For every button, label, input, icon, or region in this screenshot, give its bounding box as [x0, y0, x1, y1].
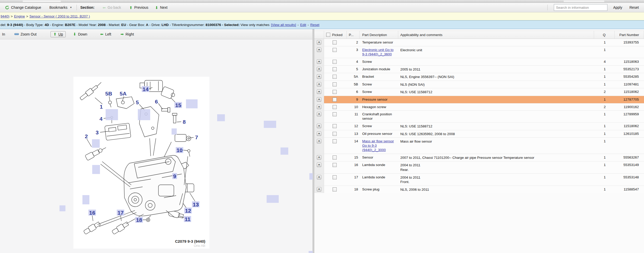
expand-icon[interactable]: + [317, 132, 321, 136]
expand-icon[interactable]: + [317, 82, 321, 86]
expand-icon[interactable]: + [317, 175, 321, 179]
header-position[interactable]: P... [347, 31, 360, 39]
header-part-number[interactable]: Part Number [615, 31, 644, 39]
part-hotspot[interactable] [281, 147, 288, 155]
callout-3[interactable]: 3 [95, 129, 99, 135]
table-row[interactable]: +6ScrewNLS: USE 11588712211518062 [314, 88, 644, 96]
table-row[interactable]: +18Screw plugNLS, 2006 to 2011111588547 [314, 186, 644, 193]
callout-8[interactable]: 8 [182, 119, 187, 125]
breadcrumb-link[interactable]: 9440) [1, 14, 10, 18]
callout-5[interactable]: 5 [135, 99, 140, 105]
part-hotspot[interactable] [309, 251, 313, 253]
table-row[interactable]: +13Oil pressure sensorNLS: USE 12635992,… [314, 130, 644, 138]
picked-checkbox[interactable] [333, 175, 337, 179]
table-row[interactable]: +5ABracketNLS, Engine 3556397-- (NON SAI… [314, 73, 644, 81]
picked-header-checkbox[interactable] [326, 33, 330, 37]
table-row[interactable]: +17Lambda sonde2004 to 2011Front.1553531… [314, 173, 644, 186]
callout-14[interactable]: 14 [142, 86, 149, 92]
expand-icon[interactable]: + [317, 40, 321, 45]
apply-button[interactable]: Apply [612, 5, 624, 10]
callout-18[interactable]: 18 [135, 217, 143, 223]
go-back-button[interactable]: ⬅ Go back [100, 5, 123, 10]
expand-icon[interactable]: + [317, 67, 321, 71]
picked-checkbox[interactable] [333, 67, 337, 71]
zoom-in-button[interactable]: In [1, 31, 7, 37]
picked-checkbox[interactable] [333, 60, 337, 64]
table-row[interactable]: +9Pressure sensor112787705 [314, 96, 644, 103]
table-row[interactable]: +10Hexagon screw211900162 [314, 103, 644, 111]
view-all-results-link[interactable]: [View all results] [271, 23, 296, 27]
breadcrumb-link[interactable]: Engine [14, 14, 25, 18]
table-row[interactable]: +11Crankshaft position sensor112789959 [314, 110, 644, 122]
part-hotspot[interactable] [172, 128, 177, 135]
callout-5A[interactable]: 5A [119, 91, 128, 97]
pan-down-button[interactable]: ⬇ Down [71, 31, 89, 37]
next-button[interactable]: ⬇ Next [153, 5, 170, 10]
previous-button[interactable]: ⬆ Previous [127, 5, 151, 10]
search-input[interactable] [554, 4, 607, 11]
expand-icon[interactable]: + [317, 187, 321, 191]
expand-icon[interactable]: + [317, 90, 321, 94]
callout-5B[interactable]: 5B [105, 91, 113, 97]
part-hotspot[interactable] [186, 99, 198, 108]
expand-icon[interactable]: + [317, 139, 321, 143]
callout-4[interactable]: 4 [99, 116, 103, 122]
picked-checkbox[interactable] [333, 48, 337, 52]
picked-checkbox[interactable] [333, 75, 337, 79]
change-catalogue-button[interactable]: Change Catalogue [3, 5, 44, 11]
picked-checkbox[interactable] [333, 40, 337, 45]
expand-icon[interactable]: + [317, 155, 321, 160]
callout-6[interactable]: 6 [154, 99, 159, 104]
table-row[interactable]: +2Temperature sensor115393755 [314, 39, 644, 46]
pan-right-button[interactable]: ➡ Right [118, 31, 136, 37]
edit-link[interactable]: Edit [300, 23, 306, 27]
picked-checkbox[interactable] [333, 132, 337, 136]
part-hotspot[interactable] [267, 195, 279, 203]
table-row[interactable]: +5BScrewNLS (NON SAI)111097481 [314, 81, 644, 88]
table-row[interactable]: +3Electronic unit Go to 9-3 (9440)_2_360… [314, 46, 644, 58]
pan-up-button[interactable]: ⬆ Up [50, 31, 66, 37]
header-applicability[interactable]: Applicability and comments [398, 31, 594, 39]
expand-icon[interactable]: + [317, 97, 321, 102]
expand-icon[interactable]: + [317, 105, 321, 109]
expand-icon[interactable]: + [317, 163, 321, 167]
table-row[interactable]: +14Mass air flow sensor Go to 9-3 (9440)… [314, 137, 644, 154]
pan-left-button[interactable]: ⬅ Left [98, 31, 113, 37]
header-part-description[interactable]: Part Description [360, 31, 398, 39]
expand-icon[interactable]: + [317, 112, 321, 116]
part-hotspot[interactable] [217, 114, 225, 121]
picked-checkbox[interactable] [333, 82, 337, 86]
callout-17[interactable]: 17 [117, 210, 124, 216]
callout-13[interactable]: 13 [192, 202, 199, 207]
expand-icon[interactable]: + [317, 48, 321, 52]
picked-checkbox[interactable] [333, 112, 337, 116]
picked-checkbox[interactable] [333, 163, 337, 167]
picked-checkbox[interactable] [333, 98, 337, 102]
picked-checkbox[interactable] [333, 105, 337, 109]
part-hotspot[interactable] [138, 109, 150, 120]
table-row[interactable]: +15Sensor2007 to 2011, Chassi 71101200--… [314, 154, 644, 161]
description-link[interactable]: Electronic unit Go to 9-3 (9440)_2_3600 [362, 48, 394, 56]
part-hotspot[interactable] [92, 165, 100, 174]
table-row[interactable]: +16Lambda sonde2004 to 2011Rear.15535314… [314, 161, 644, 173]
callout-11[interactable]: 11 [184, 216, 191, 222]
picked-checkbox[interactable] [333, 187, 337, 191]
table-row[interactable]: +5Jonization module2005 to 2011155352173 [314, 65, 644, 73]
panel-splitter[interactable] [312, 29, 314, 253]
callout-12[interactable]: 12 [184, 208, 192, 214]
expand-icon[interactable]: + [317, 59, 321, 64]
part-hotspot[interactable] [60, 205, 65, 211]
diagram-viewer[interactable]: C2079 9-3 (9440) Orio AB 123455A5B678910… [0, 39, 312, 253]
part-hotspot[interactable] [106, 109, 118, 120]
part-hotspot[interactable] [264, 121, 276, 128]
table-row[interactable]: +4Screw411518063 [314, 58, 644, 65]
zoom-out-button[interactable]: Zoom Out [12, 31, 39, 37]
picked-checkbox[interactable] [333, 90, 337, 94]
picked-checkbox[interactable] [333, 124, 337, 128]
reset-link[interactable]: Reset [310, 23, 319, 27]
breadcrumb-link[interactable]: Sensor - Sensor ( 2003 to 2011, B207 ) [29, 14, 90, 18]
picked-checkbox[interactable] [333, 155, 337, 160]
description-link[interactable]: Mass air flow sensor Go to 9-3 (9440)_2_… [362, 139, 394, 152]
part-hotspot[interactable] [82, 195, 89, 204]
header-quantity[interactable]: Q [594, 31, 615, 39]
